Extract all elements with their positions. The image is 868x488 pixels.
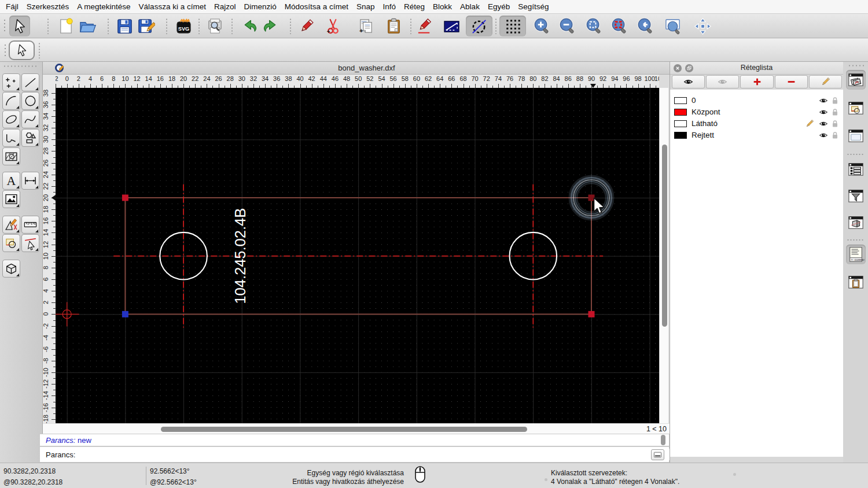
zoom-in-button[interactable] bbox=[531, 16, 552, 36]
delete-pencil-button[interactable] bbox=[296, 16, 317, 36]
tool-dimensions-button[interactable] bbox=[21, 172, 39, 190]
layer-visibility-eye-icon[interactable] bbox=[819, 119, 828, 130]
zoom-auto-button[interactable] bbox=[583, 16, 604, 36]
tool-splines-button[interactable] bbox=[21, 110, 39, 128]
tool-shapes-button[interactable] bbox=[21, 129, 39, 147]
edit-layer-button[interactable] bbox=[809, 75, 842, 88]
tool-image-button[interactable] bbox=[2, 190, 20, 208]
new-file-button[interactable] bbox=[55, 16, 76, 36]
selection-handle[interactable] bbox=[122, 195, 128, 201]
layer-lock-icon[interactable] bbox=[830, 96, 840, 107]
menu-snap[interactable]: Snap bbox=[352, 0, 379, 13]
menu-m-dos-tsa-a-c-met[interactable]: Módosítsa a címet bbox=[281, 0, 352, 13]
command-keyboard-button[interactable] bbox=[651, 449, 664, 460]
save-as-button[interactable] bbox=[135, 16, 156, 36]
drawing-canvas[interactable]: 104.245.02.4B bbox=[56, 88, 659, 423]
undo-button[interactable] bbox=[238, 16, 259, 36]
menu-inf-[interactable]: Infó bbox=[379, 0, 400, 13]
tool-circles-button[interactable] bbox=[21, 92, 39, 110]
tool-points-button[interactable] bbox=[2, 73, 20, 91]
document-title-bar[interactable]: bond_washer.dxf bbox=[43, 62, 670, 75]
grid-dots-button[interactable] bbox=[499, 16, 526, 36]
dock-view3d-toggle[interactable] bbox=[846, 213, 866, 232]
entity-label-text[interactable]: 104.245.02.4B bbox=[232, 208, 248, 304]
layer-lock-icon[interactable] bbox=[830, 119, 840, 130]
selection-handle[interactable] bbox=[589, 311, 595, 317]
command-history-scrollbar[interactable] bbox=[661, 435, 665, 445]
menu-dimenzi-[interactable]: Dimenzió bbox=[240, 0, 280, 13]
layer-row-kzpont[interactable]: Központ bbox=[670, 106, 843, 118]
menu-rajzol[interactable]: Rajzol bbox=[210, 0, 240, 13]
vertical-scrollbar-thumb[interactable] bbox=[662, 145, 667, 327]
paste-button[interactable] bbox=[383, 16, 404, 36]
tool-modify-button[interactable] bbox=[2, 216, 20, 234]
dock-blocklist-toggle[interactable] bbox=[846, 98, 866, 118]
menu-blokk[interactable]: Blokk bbox=[429, 0, 456, 13]
save-button[interactable] bbox=[114, 16, 135, 36]
menu-egy-b[interactable]: Egyéb bbox=[484, 0, 514, 13]
tool-blocks-button[interactable] bbox=[2, 234, 20, 252]
tool-measure-button[interactable] bbox=[21, 216, 39, 234]
menu-a-megtekint-se[interactable]: A megtekintése bbox=[73, 0, 134, 13]
layer-color-swatch[interactable] bbox=[674, 132, 687, 139]
selection-handle[interactable] bbox=[122, 311, 128, 317]
dock-library-toggle[interactable] bbox=[846, 160, 866, 179]
layer-lock-icon[interactable] bbox=[830, 108, 840, 119]
circle-attribute-button[interactable] bbox=[466, 16, 492, 36]
dock-filter-toggle[interactable] bbox=[846, 186, 866, 206]
layer-color-swatch[interactable] bbox=[674, 97, 687, 104]
menu-f-jl[interactable]: Fájl bbox=[2, 0, 23, 13]
tool-text-button[interactable]: A bbox=[2, 172, 20, 190]
eye-faded-button[interactable] bbox=[706, 75, 739, 88]
tool-arcs-button[interactable] bbox=[2, 92, 20, 110]
vertical-scrollbar[interactable] bbox=[659, 88, 668, 423]
layer-color-swatch[interactable] bbox=[674, 109, 687, 116]
tool-solids-button[interactable] bbox=[2, 260, 20, 278]
layer-visibility-eye-icon[interactable] bbox=[819, 131, 828, 142]
copy-button[interactable]: + bbox=[355, 16, 376, 36]
tool-polylines-button[interactable] bbox=[2, 129, 20, 147]
zoom-window-red-button[interactable] bbox=[609, 16, 630, 36]
arrow-cursor-button[interactable] bbox=[9, 16, 30, 36]
tool-select-button[interactable] bbox=[21, 234, 39, 252]
dock-drag-handle[interactable] bbox=[3, 65, 39, 67]
menu-r-teg[interactable]: Réteg bbox=[400, 0, 429, 13]
toolbar-drag-handle[interactable] bbox=[4, 19, 5, 34]
menu-v-lassza-ki-a-c-met[interactable]: Válassza ki a címet bbox=[135, 0, 210, 13]
zoom-out-button[interactable] bbox=[557, 16, 578, 36]
dock-layerlist-toggle[interactable] bbox=[846, 70, 866, 90]
eye-button[interactable] bbox=[672, 75, 705, 88]
layer-row-0[interactable]: 0 bbox=[670, 95, 843, 106]
draw-pencil-button[interactable] bbox=[414, 16, 435, 36]
dock-strip-drag-handle[interactable] bbox=[848, 65, 864, 66]
tool-lines-button[interactable] bbox=[21, 73, 39, 91]
svg-export-button[interactable]: SVG bbox=[173, 16, 194, 36]
dock-clipboard-toggle[interactable] bbox=[846, 272, 866, 292]
layer-color-swatch[interactable] bbox=[674, 120, 687, 127]
layer-row-lthat[interactable]: Látható bbox=[670, 118, 843, 130]
selection-tool-button[interactable] bbox=[9, 40, 35, 60]
layer-visibility-eye-icon[interactable] bbox=[819, 108, 828, 119]
dock-command-toggle[interactable]: > command bbox=[846, 245, 866, 264]
menu-seg-ts-g[interactable]: Segítség bbox=[514, 0, 553, 13]
horizontal-scrollbar[interactable]: 1 < 10 bbox=[43, 423, 670, 434]
toolbar-drag-handle[interactable] bbox=[5, 43, 6, 58]
zoom-window-button[interactable] bbox=[662, 16, 683, 36]
print-preview-button[interactable] bbox=[204, 16, 225, 36]
line-attribute-button[interactable] bbox=[441, 16, 462, 36]
layer-row-rejtett[interactable]: Rejtett bbox=[670, 130, 843, 141]
layer-visibility-eye-icon[interactable] bbox=[819, 96, 828, 107]
command-input[interactable] bbox=[82, 449, 685, 460]
dock-plainwin-toggle[interactable] bbox=[846, 126, 866, 146]
tool-ellipses-button[interactable] bbox=[2, 110, 20, 128]
remove-layer-button[interactable] bbox=[775, 75, 808, 88]
pan-button[interactable] bbox=[692, 16, 713, 36]
layer-lock-icon[interactable] bbox=[830, 131, 840, 142]
redo-button[interactable] bbox=[260, 16, 281, 36]
menu-ablak[interactable]: Ablak bbox=[456, 0, 484, 13]
open-folder-button[interactable] bbox=[77, 16, 98, 36]
add-layer-button[interactable] bbox=[740, 75, 773, 88]
view-previous-button[interactable] bbox=[635, 16, 656, 36]
menu-szerkeszt-s[interactable]: Szerkesztés bbox=[23, 0, 73, 13]
horizontal-scrollbar-thumb[interactable] bbox=[161, 427, 527, 432]
